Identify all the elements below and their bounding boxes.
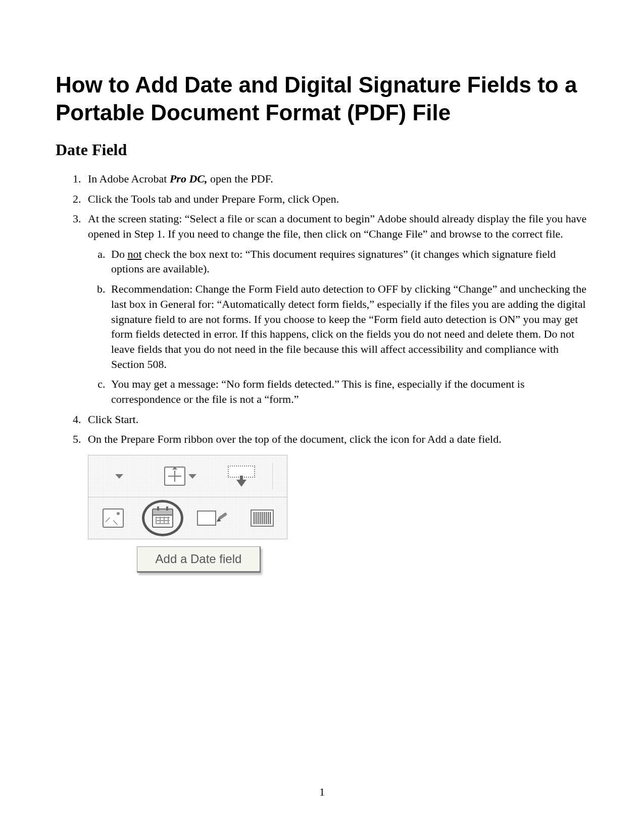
step-5-text: On the Prepare Form ribbon over the top … [88,433,502,445]
steps-list: In Adobe Acrobat Pro DC, open the PDF. C… [84,171,588,573]
step-3: At the screen stating: “Select a file or… [84,211,588,406]
step-3a-pre: Do [111,248,127,260]
add-barcode-field-button[interactable] [237,497,287,539]
step-1-text-pre: In Adobe Acrobat [88,172,170,185]
date-field-icon [152,508,173,528]
step-3-text: At the screen stating: “Select a file or… [88,212,586,240]
ribbon-insert-field-dropdown[interactable] [211,455,272,497]
step-3b: Recommendation: Change the Form Field au… [108,282,588,372]
step-1: In Adobe Acrobat Pro DC, open the PDF. [84,171,588,187]
ribbon-spacer [273,455,287,497]
calendar-icon [152,508,173,528]
barcode-icon [251,509,274,527]
move-icon [164,467,185,486]
prepare-form-ribbon-figure: Add a Date field [88,455,287,573]
step-2: Click the Tools tab and under Prepare Fo… [84,192,588,207]
step-1-product-name: Pro DC, [170,172,208,185]
chevron-down-icon [188,474,196,479]
step-3a: Do not check the box next to: “This docu… [108,247,588,276]
section-heading-date-field: Date Field [56,141,588,159]
step-5: On the Prepare Form ribbon over the top … [84,432,588,573]
ribbon-row-2 [88,497,287,539]
step-4: Click Start. [84,412,588,427]
add-image-field-button[interactable] [88,497,138,539]
step-3a-not: not [127,248,141,260]
ribbon-row-1 [88,455,287,497]
add-signature-field-button[interactable] [188,497,237,539]
image-icon [103,508,124,528]
page-title: How to Add Date and Digital Signature Fi… [56,71,588,126]
ribbon-move-tool[interactable] [150,455,211,497]
signature-icon [197,511,228,526]
step-3-sublist: Do not check the box next to: “This docu… [108,247,588,407]
tooltip-add-date-field: Add a Date field [137,546,261,573]
arrow-down-icon [236,478,246,487]
ribbon-rows [88,455,287,539]
step-3c: You may get a message: “No form fields d… [108,377,588,406]
ribbon-dropdown-1[interactable] [88,455,150,497]
chevron-down-icon [115,474,123,479]
page-number: 1 [0,785,644,799]
add-date-field-button[interactable] [138,497,187,539]
step-3a-post: check the box next to: “This document re… [111,248,556,275]
step-1-text-post: open the PDF. [207,172,273,185]
